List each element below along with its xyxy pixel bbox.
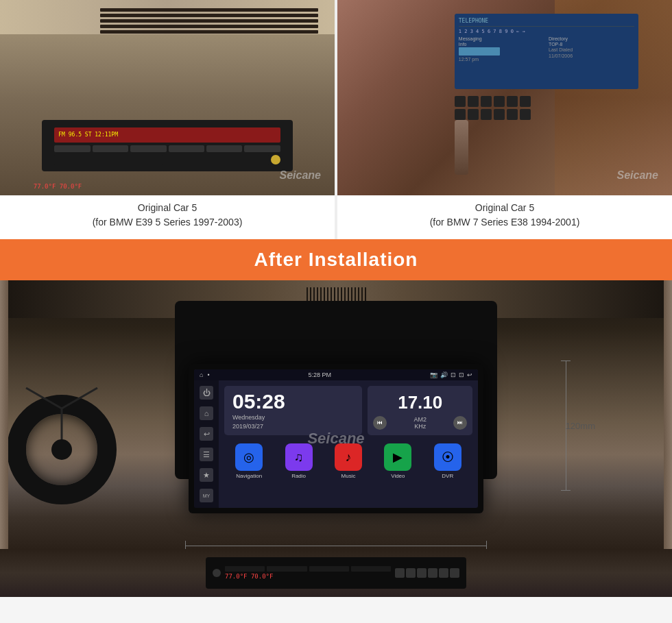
main-wrapper: FM 96.5 ST 12:11PM 77.0°F 70.0°F S xyxy=(0,0,672,597)
nav-app-icon[interactable]: ◎ xyxy=(235,443,263,471)
height-label: 120mm xyxy=(566,421,595,431)
temp-display-left: 77.0°F 70.0°F xyxy=(34,183,82,190)
sidebar-my-icon[interactable]: MY xyxy=(200,489,213,502)
car-left-caption-line2: (for BMW E39 5 Series 1997-2003) xyxy=(93,215,243,230)
video-app-label: Video xyxy=(391,473,405,479)
home-icon[interactable]: ⌂ xyxy=(200,371,203,378)
seicane-watermark-right: Seicane xyxy=(617,169,658,182)
radio-display-text: FM 96.5 ST 12:11PM xyxy=(58,132,118,138)
android-content: ⏻ ⌂ ↩ ☰ ★ MY 05:28 Wednesday xyxy=(194,380,478,508)
android-top-row: 05:28 Wednesday 2019/03/27 17.10 ⏮ AM2 xyxy=(224,386,472,435)
car-right-caption-line1: Original Car 5 xyxy=(430,201,580,215)
steering-wheel xyxy=(7,395,117,504)
sidebar-power-icon[interactable]: ⏻ xyxy=(200,386,213,400)
car-right-caption: Original Car 5 (for BMW 7 Series E38 199… xyxy=(430,201,580,230)
video-app-icon[interactable]: ▶ xyxy=(384,443,411,471)
car-left-block: FM 96.5 ST 12:11PM 77.0°F 70.0°F S xyxy=(0,0,337,239)
radio-app-label: Radio xyxy=(291,473,306,479)
width-main-line xyxy=(186,546,486,546)
seicane-watermark-left: Seicane xyxy=(280,169,321,182)
time-display: 05:28 xyxy=(232,391,354,412)
dvr-app-icon[interactable]: ⦿ xyxy=(434,443,461,471)
dvr-app-label: DVR xyxy=(442,473,453,479)
app-music[interactable]: ♪ Music xyxy=(335,443,362,479)
screen-icon1: ⊡ xyxy=(451,371,456,378)
car-left-radio-unit: FM 96.5 ST 12:11PM xyxy=(42,120,293,171)
car-left-image: FM 96.5 ST 12:11PM 77.0°F 70.0°F S xyxy=(0,0,335,195)
statusbar-left: ⌂ • xyxy=(200,371,210,378)
nav-app-label: Navigation xyxy=(236,473,262,479)
car-right-screen: TELEPHONE 1 2 3 4 5 6 7 8 9 0 ← → Messag… xyxy=(455,14,638,89)
statusbar-right-icons: 📷 🔊 ⊡ ⊡ ↩ xyxy=(430,371,472,378)
after-installation-banner: After Installation xyxy=(0,239,672,280)
radio-band-label: AM2 KHz xyxy=(413,416,427,430)
android-screen: ⌂ • 5:28 PM 📷 🔊 ⊡ ⊡ ↩ xyxy=(194,369,478,508)
screen-header: TELEPHONE xyxy=(459,18,634,27)
head-unit-installed: ⌂ • 5:28 PM 📷 🔊 ⊡ ⊡ ↩ xyxy=(189,364,483,513)
sidebar-menu-icon[interactable]: ☰ xyxy=(200,448,213,461)
back-icon[interactable]: ↩ xyxy=(467,371,472,378)
volume-icon: 🔊 xyxy=(440,371,448,378)
car-left-caption-line1: Original Car 5 xyxy=(93,201,243,215)
time-card: 05:28 Wednesday 2019/03/27 xyxy=(224,386,362,435)
music-app-icon[interactable]: ♪ xyxy=(335,443,362,471)
date-line2: 2019/03/27 xyxy=(232,423,354,430)
radio-app-icon[interactable]: ♫ xyxy=(285,443,313,471)
after-installation-title: After Installation xyxy=(254,249,418,270)
dot-icon: • xyxy=(207,371,209,378)
screen-icon2: ⊡ xyxy=(459,371,464,378)
car-right-block: TELEPHONE 1 2 3 4 5 6 7 8 9 0 ← → Messag… xyxy=(337,0,672,239)
radio-card: 17.10 ⏮ AM2 KHz ⏭ xyxy=(368,386,472,435)
car-right-image: TELEPHONE 1 2 3 4 5 6 7 8 9 0 ← → Messag… xyxy=(337,0,672,195)
android-sidebar: ⏻ ⌂ ↩ ☰ ★ MY xyxy=(194,380,219,508)
statusbar-time: 5:28 PM xyxy=(309,371,332,378)
radio-next-button[interactable]: ⏭ xyxy=(453,416,467,430)
car-left-caption: Original Car 5 (for BMW E39 5 Series 199… xyxy=(93,201,243,230)
app-video[interactable]: ▶ Video xyxy=(384,443,411,479)
app-dvr[interactable]: ⦿ DVR xyxy=(434,443,461,479)
radio-frequency: 17.10 xyxy=(398,392,442,413)
android-main-display: 05:28 Wednesday 2019/03/27 17.10 ⏮ AM2 xyxy=(219,380,478,508)
android-statusbar: ⌂ • 5:28 PM 📷 🔊 ⊡ ⊡ ↩ xyxy=(194,369,478,380)
bottom-temp-display: 77.0°F 70.0°F xyxy=(225,573,273,580)
top-images-row: FM 96.5 ST 12:11PM 77.0°F 70.0°F S xyxy=(0,0,672,239)
radio-display: FM 96.5 ST 12:11PM xyxy=(54,127,280,143)
sidebar-star-icon[interactable]: ★ xyxy=(200,468,213,482)
date-line1: Wednesday xyxy=(232,414,354,421)
sidebar-home-icon[interactable]: ⌂ xyxy=(200,406,213,420)
music-app-label: Music xyxy=(341,473,356,479)
radio-controls-row: ⏮ AM2 KHz ⏭ xyxy=(373,416,467,430)
camera-icon: 📷 xyxy=(430,371,437,378)
car-right-caption-line2: (for BMW 7 Series E38 1994-2001) xyxy=(430,215,580,230)
android-apps-row: ◎ Navigation ♫ Radio ♪ Music xyxy=(224,441,472,482)
sidebar-back-icon[interactable]: ↩ xyxy=(200,427,213,441)
height-bottom-cap xyxy=(561,490,571,491)
app-navigation[interactable]: ◎ Navigation xyxy=(235,443,263,479)
after-install-image: ⌂ • 5:28 PM 📷 🔊 ⊡ ⊡ ↩ xyxy=(0,280,672,597)
app-radio[interactable]: ♫ Radio xyxy=(285,443,313,479)
height-measurement: 120mm xyxy=(561,361,571,491)
radio-prev-button[interactable]: ⏮ xyxy=(373,416,387,430)
